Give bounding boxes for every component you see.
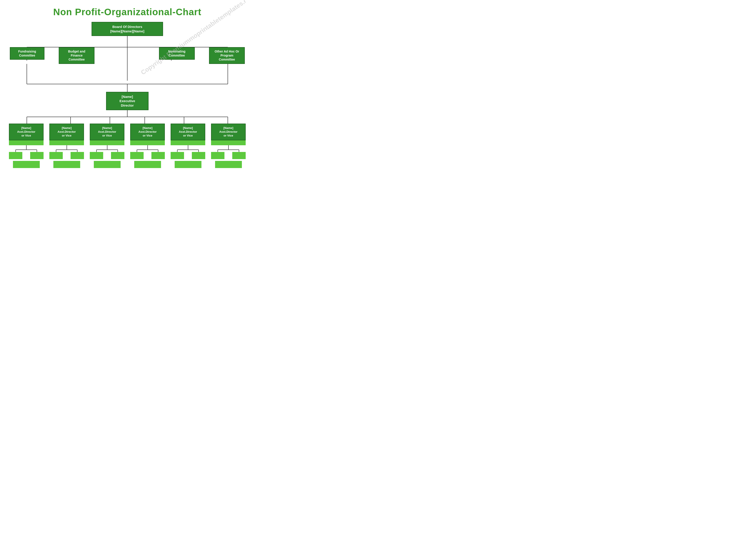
sub-box: [49, 152, 63, 159]
sub-box: [71, 152, 84, 159]
sub-box: [90, 152, 103, 159]
asst-director-col-1: [Name] Asst.Director or Vice: [9, 124, 44, 168]
sub-box: [111, 152, 124, 159]
asst-director-col-2: [Name] Asst.Director or Vice: [49, 124, 84, 168]
page-title: Non Profit-Organizational-Chart: [9, 7, 246, 17]
connector-lines-to-exec: [9, 64, 246, 93]
sub-box: [9, 152, 22, 159]
nominating-committee-box: Nominating Committee: [159, 47, 195, 60]
sub-box-single: [215, 161, 242, 168]
asst-director-col-4: [Name] Asst.Director or Vice: [130, 124, 165, 168]
sub-box: [30, 152, 44, 159]
sub-box: [151, 152, 165, 159]
asst-director-col-5: [Name] Asst.Director or Vice: [171, 124, 205, 168]
executive-director-box: [Name] Executive Director: [106, 92, 149, 110]
fundraising-committee-box: Fundraising Committee: [10, 47, 44, 60]
sub-box-single: [13, 161, 40, 168]
sub-box: [211, 152, 225, 159]
sub-box-single: [94, 161, 121, 168]
sub-box-single: [175, 161, 202, 168]
budget-finance-committee-box: Budget and Finance Committee: [59, 47, 95, 64]
sub-box: [130, 152, 144, 159]
asst-director-col-3: [Name] Asst.Director or Vice: [90, 124, 124, 168]
sub-box-single: [134, 161, 161, 168]
asst-director-col-6: [Name] Asst.Director or Vice: [211, 124, 246, 168]
sub-box-single: [53, 161, 80, 168]
sub-box: [171, 152, 184, 159]
sub-box: [232, 152, 246, 159]
other-adhoc-committee-box: Other Ad Hoc Or Program Committee: [209, 47, 245, 64]
board-box: Board Of Directors [Name][Name][Name]: [92, 22, 163, 36]
connector-lines-asst: [9, 117, 246, 124]
sub-box: [192, 152, 205, 159]
